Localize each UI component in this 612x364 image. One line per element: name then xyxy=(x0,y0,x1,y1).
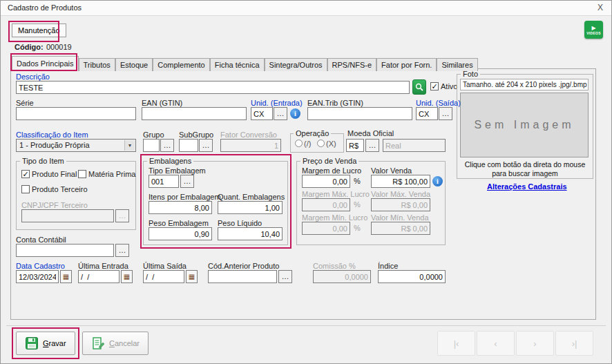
ultima-entrada-input[interactable] xyxy=(78,270,119,283)
gravar-button[interactable]: Gravar xyxy=(16,332,75,355)
unid-saida-lookup-button[interactable]: … xyxy=(439,107,452,120)
ean-input[interactable] xyxy=(142,107,247,120)
classificacao-select[interactable]: 1 - Produção Própria ▾ xyxy=(16,139,136,152)
subgrupo-lookup-button[interactable]: … xyxy=(199,139,213,152)
tipo-embalagem-input[interactable] xyxy=(149,175,179,188)
sem-imagem-text: Sem Imagem xyxy=(474,119,574,131)
conta-contabil-input[interactable] xyxy=(16,244,114,257)
window-title: Cadastro de Produtos xyxy=(8,3,82,12)
ativo-label: Ativo xyxy=(441,82,457,90)
cancelar-label: Cancelar xyxy=(109,339,140,347)
foto-size-hint: Tamanho. até 204 x 210 pixels .jpg/.bmp xyxy=(460,79,589,90)
moeda-lookup-button[interactable]: … xyxy=(365,139,379,152)
margem-lucro-percent: % xyxy=(354,177,361,185)
data-cadastro-input[interactable] xyxy=(16,270,59,283)
previous-page-icon: ‹ xyxy=(494,338,497,349)
ean-trib-label: EAN.Trib (GTIN) xyxy=(307,99,363,107)
tab-ficha-tecnica[interactable]: Ficha técnica xyxy=(210,58,265,71)
tab-fator-por-forn[interactable]: Fator por Forn. xyxy=(376,58,437,71)
margem-lucro-input[interactable] xyxy=(302,175,350,188)
codigo-label: Código: xyxy=(15,43,44,51)
ultima-saida-label: Última Saída xyxy=(143,262,187,270)
subgrupo-input[interactable] xyxy=(179,139,198,152)
ultima-entrada-label: Última Entrada xyxy=(78,262,128,270)
ultima-entrada-calendar-button[interactable]: ▦ xyxy=(121,270,133,283)
alteracoes-cadastrais-link[interactable]: Alterações Cadastrais xyxy=(487,182,567,191)
peso-liquido-input[interactable] xyxy=(218,227,283,240)
serie-input[interactable] xyxy=(16,107,136,120)
tab-tributos[interactable]: Tributos xyxy=(79,58,115,71)
calendar-icon: ▦ xyxy=(63,273,69,280)
nav-first-button[interactable]: |‹ xyxy=(437,331,475,356)
unid-entrada-label: Unid. (Entrada) xyxy=(251,99,303,107)
margem-max-percent: % xyxy=(354,200,361,209)
peso-liquido-label: Peso Líquido xyxy=(218,219,262,227)
data-cadastro-calendar-button[interactable]: ▦ xyxy=(60,270,72,283)
operacao-divide-radio[interactable] xyxy=(295,140,303,147)
classificacao-value: 1 - Produção Própria xyxy=(19,141,90,149)
tab-complemento[interactable]: Complemento xyxy=(153,58,209,71)
cod-anterior-input[interactable] xyxy=(208,270,277,283)
margem-min-input xyxy=(302,222,350,235)
valor-max-input xyxy=(371,198,430,211)
tipo-embalagem-lookup-button[interactable]: … xyxy=(180,175,194,188)
operacao-multiply-label: (X) xyxy=(326,140,336,148)
indice-input[interactable] xyxy=(378,270,446,283)
tab-dados-principais[interactable]: Dados Principais xyxy=(12,56,79,71)
valor-venda-info-icon[interactable]: i xyxy=(432,176,443,186)
produto-terceiro-label: Produto Terceiro xyxy=(32,185,88,193)
moeda-simbolo-input[interactable] xyxy=(346,139,364,152)
fator-conversao-label: Fator Conversão xyxy=(220,131,277,139)
videos-button[interactable]: ▶ VIDEOS xyxy=(584,21,603,39)
peso-embalagem-input[interactable] xyxy=(149,227,212,240)
itens-por-embalagem-input[interactable] xyxy=(149,201,212,214)
unid-entrada-lookup-button[interactable]: … xyxy=(274,107,287,120)
produto-terceiro-checkbox[interactable] xyxy=(21,185,30,193)
ativo-checkbox[interactable] xyxy=(430,82,439,90)
manutencao-button[interactable]: Manutenção xyxy=(12,23,66,37)
descricao-input[interactable] xyxy=(16,81,410,94)
ultima-saida-input[interactable] xyxy=(143,270,184,283)
tab-estoque[interactable]: Estoque xyxy=(115,58,153,71)
tipo-embalagem-label: Tipo Embalagem xyxy=(149,166,206,175)
nav-last-button[interactable]: ›| xyxy=(555,331,593,356)
unid-saida-label: Unid. (Saída) xyxy=(416,99,461,107)
foto-placeholder[interactable]: Sem Imagem xyxy=(460,93,589,157)
indice-label: Índice xyxy=(378,262,398,270)
cancelar-button[interactable]: Cancelar xyxy=(82,332,149,355)
operacao-divide-label: (/) xyxy=(304,140,311,148)
close-button[interactable]: X xyxy=(597,3,603,12)
preco-venda-group-title: Preço de Venda xyxy=(300,157,358,165)
valor-venda-input[interactable] xyxy=(371,175,430,188)
product-search-button[interactable] xyxy=(412,79,426,95)
ean-trib-input[interactable] xyxy=(307,107,412,120)
save-icon xyxy=(25,336,39,350)
cod-anterior-lookup-button[interactable]: … xyxy=(278,270,292,283)
peso-embalagem-label: Peso Embalagem xyxy=(149,219,209,227)
grupo-label: Grupo xyxy=(143,131,164,139)
operacao-multiply-radio[interactable] xyxy=(317,140,325,147)
cnpj-terceiro-lookup-button: … xyxy=(115,209,129,222)
margem-lucro-label: Margem de Lucro xyxy=(302,166,361,175)
nav-next-button[interactable]: › xyxy=(516,331,554,356)
produto-final-checkbox[interactable] xyxy=(21,170,30,178)
unid-entrada-input[interactable] xyxy=(251,107,273,120)
materia-prima-checkbox[interactable] xyxy=(78,170,86,178)
grupo-input[interactable] xyxy=(143,139,160,152)
tab-similares[interactable]: Similares xyxy=(437,58,477,71)
margem-min-percent: % xyxy=(354,224,361,232)
comissao-label: Comissão % xyxy=(313,262,356,270)
tab-sintegra-outros[interactable]: Sintegra/Outros xyxy=(265,58,327,71)
unid-entrada-info-icon[interactable]: i xyxy=(290,108,300,119)
conta-contabil-lookup-button[interactable]: … xyxy=(115,244,129,257)
tab-rps-nfse[interactable]: RPS/NFS-e xyxy=(327,58,376,71)
unid-saida-input[interactable] xyxy=(416,107,438,120)
cnpj-terceiro-label: CNPJ/CPF Terceiro xyxy=(21,201,88,209)
conta-contabil-label: Conta Contábil xyxy=(16,236,66,244)
ultima-saida-calendar-button[interactable]: ▦ xyxy=(186,270,198,283)
quant-embalagens-input[interactable] xyxy=(218,201,283,214)
grupo-lookup-button[interactable]: … xyxy=(160,139,174,152)
calendar-icon: ▦ xyxy=(124,273,130,280)
operacao-group-title: Operação xyxy=(294,129,331,137)
nav-prev-button[interactable]: ‹ xyxy=(477,331,515,356)
